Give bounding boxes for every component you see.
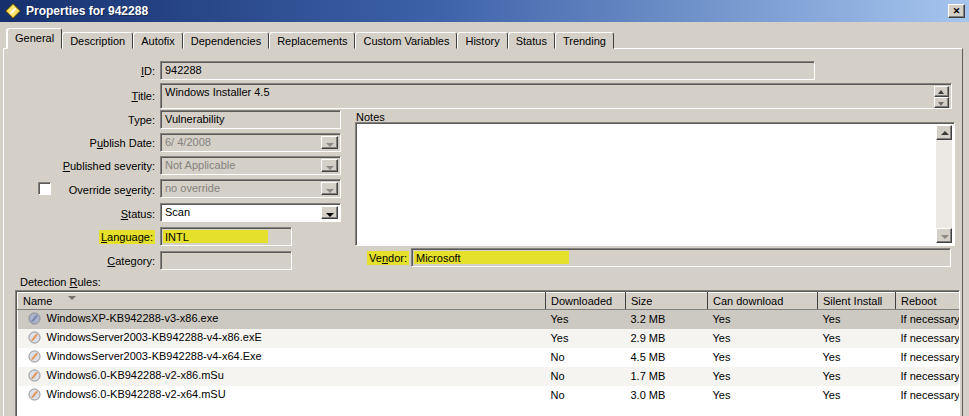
spinner-down-button[interactable]: [934, 97, 949, 108]
detection-rules-label: Detection Rules:: [20, 275, 101, 289]
sort-descending-icon: [68, 296, 76, 304]
tab-trending[interactable]: Trending: [555, 32, 614, 49]
cell-reboot: If necessary: [896, 367, 961, 386]
tab-history[interactable]: History: [457, 32, 507, 49]
vendor-value: Microsoft: [414, 251, 569, 264]
vendor-field[interactable]: Microsoft: [411, 248, 951, 267]
cell-downloaded: No: [546, 386, 626, 405]
rule-name: WindowsServer2003-KB942288-v4-x64.Exe: [47, 350, 262, 362]
window-title: Properties for 942288: [26, 4, 148, 18]
cell-can-download: Yes: [708, 310, 818, 329]
spinner-up-button[interactable]: [934, 86, 949, 97]
table-row[interactable]: WindowsServer2003-KB942288-v4-x86.exEYes…: [18, 329, 961, 348]
tab-label: Autofix: [141, 35, 175, 47]
cell-name: WindowsXP-KB942288-v3-x86.exe: [18, 310, 546, 329]
app-icon: [5, 3, 21, 19]
status-dropdown[interactable]: Scan: [160, 203, 341, 222]
tab-dependencies[interactable]: Dependencies: [183, 32, 269, 49]
cell-size: 2.9 MB: [626, 329, 708, 348]
cell-size: 1.7 MB: [626, 367, 708, 386]
table-row[interactable]: Windows6.0-KB942288-v2-x64.mSUNo3.0 MBYe…: [18, 386, 961, 405]
patch-icon: [28, 388, 41, 403]
scroll-down-button[interactable]: [936, 228, 952, 243]
cell-silent-install: Yes: [818, 329, 896, 348]
category-field[interactable]: [160, 251, 292, 270]
tab-label: General: [15, 32, 54, 44]
language-label: Language:: [99, 230, 155, 244]
cell-name: WindowsServer2003-KB942288-v4-x86.exE: [18, 329, 546, 348]
close-button[interactable]: ✕: [948, 4, 965, 18]
properties-dialog: Properties for 942288 ✕ GeneralDescripti…: [0, 0, 969, 416]
table-row[interactable]: WindowsXP-KB942288-v3-x86.exeYes3.2 MBYe…: [18, 310, 961, 329]
tab-label: Description: [70, 35, 125, 47]
titlebar[interactable]: Properties for 942288 ✕: [0, 0, 969, 22]
tab-autofix[interactable]: Autofix: [133, 32, 183, 49]
cell-reboot: If necessary: [896, 329, 961, 348]
notes-scrollbar[interactable]: [936, 125, 952, 243]
chevron-down-icon: [326, 213, 334, 221]
column-header-downloaded[interactable]: Downloaded: [546, 293, 626, 310]
cell-can-download: Yes: [708, 367, 818, 386]
status-value: Scan: [161, 204, 340, 218]
status-dropdown-button[interactable]: [321, 206, 338, 219]
publish-date-label: Publish Date:: [90, 136, 155, 150]
publish-date-value: 6/ 4/2008: [161, 134, 340, 148]
table-row[interactable]: WindowsServer2003-KB942288-v4-x64.ExeNo4…: [18, 348, 961, 367]
table-row[interactable]: Windows6.0-KB942288-v2-x86.mSuNo1.7 MBYe…: [18, 367, 961, 386]
tab-description[interactable]: Description: [62, 32, 133, 49]
column-header-silent-install[interactable]: Silent Install: [818, 293, 896, 310]
tab-label: Dependencies: [191, 35, 261, 47]
cell-reboot: If necessary: [896, 310, 961, 329]
tab-label: Custom Variables: [363, 35, 449, 47]
table-header-row: NameDownloadedSizeCan downloadSilent Ins…: [18, 293, 961, 310]
tab-general[interactable]: General: [7, 28, 62, 49]
category-value: [161, 252, 291, 254]
cell-size: 4.5 MB: [626, 348, 708, 367]
published-severity-dropdown-button: [321, 159, 338, 172]
title-label: Title:: [132, 89, 155, 103]
tab-label: Trending: [563, 35, 606, 47]
language-value: INTL: [163, 230, 268, 243]
title-spinner: [934, 86, 949, 108]
rule-name: Windows6.0-KB942288-v2-x86.mSu: [47, 369, 224, 381]
tab-label: History: [465, 35, 499, 47]
cell-downloaded: Yes: [546, 310, 626, 329]
column-header-reboot[interactable]: Reboot: [896, 293, 961, 310]
tab-custom-variables[interactable]: Custom Variables: [355, 32, 457, 49]
cell-size: 3.2 MB: [626, 310, 708, 329]
down-arrow-icon: [941, 235, 949, 239]
tab-label: Status: [516, 35, 547, 47]
tab-status[interactable]: Status: [508, 32, 555, 49]
cell-size: 3.0 MB: [626, 386, 708, 405]
type-label: Type:: [128, 113, 155, 127]
column-header-name[interactable]: Name: [18, 293, 546, 310]
rule-name: WindowsServer2003-KB942288-v4-x86.exE: [47, 331, 262, 343]
column-header-can-download[interactable]: Can download: [708, 293, 818, 310]
override-severity-checkbox[interactable]: [38, 182, 51, 195]
notes-textarea[interactable]: [355, 122, 955, 246]
override-severity-dropdown-button: [321, 182, 338, 195]
publish-date-dropdown: 6/ 4/2008: [160, 133, 341, 152]
title-field[interactable]: Windows Installer 4.5: [160, 83, 952, 109]
down-arrow-icon: [938, 102, 944, 106]
cell-reboot: If necessary: [896, 386, 961, 405]
override-severity-dropdown: no override: [160, 179, 341, 198]
id-field[interactable]: 942288: [160, 61, 815, 80]
cell-downloaded: No: [546, 367, 626, 386]
tab-replacements[interactable]: Replacements: [269, 32, 355, 49]
language-field[interactable]: INTL: [160, 227, 292, 246]
published-severity-label: Published severity:: [63, 159, 155, 173]
patch-icon: [28, 331, 41, 346]
cell-silent-install: Yes: [818, 386, 896, 405]
column-header-size[interactable]: Size: [626, 293, 708, 310]
publish-date-dropdown-button: [321, 136, 338, 149]
scroll-up-button[interactable]: [936, 125, 952, 140]
chevron-down-icon: [326, 189, 334, 197]
id-value: 942288: [161, 62, 814, 76]
chevron-down-icon: [326, 143, 334, 151]
detection-rules-table: NameDownloadedSizeCan downloadSilent Ins…: [15, 290, 960, 416]
title-value: Windows Installer 4.5: [161, 84, 951, 98]
type-field[interactable]: Vulnerability: [160, 110, 341, 129]
cell-can-download: Yes: [708, 386, 818, 405]
cell-can-download: Yes: [708, 348, 818, 367]
